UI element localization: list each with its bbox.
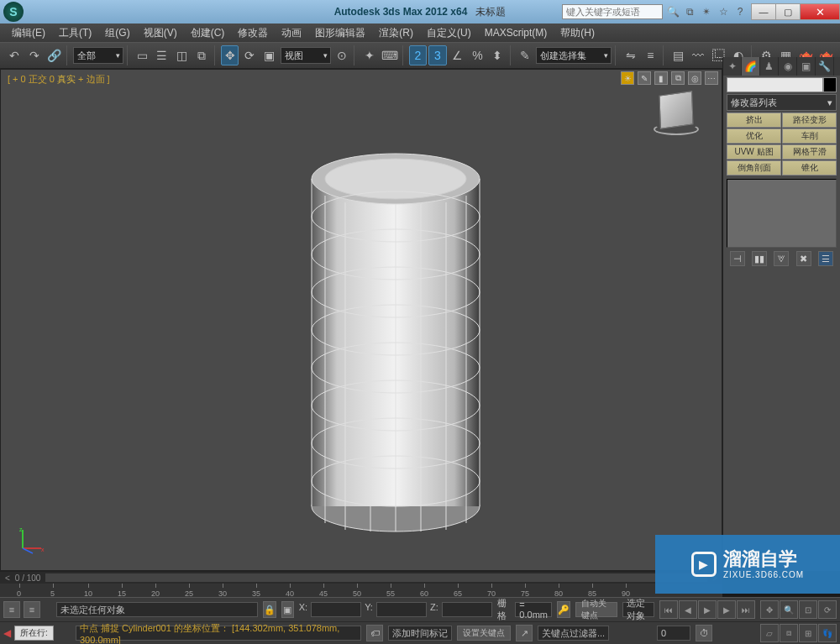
mod-btn-bevelprofile[interactable]: 倒角剖面 — [727, 160, 781, 175]
favorite-icon[interactable]: ☆ — [717, 5, 730, 18]
goto-end-icon[interactable]: ⏭ — [737, 600, 755, 619]
stack-configure-icon[interactable]: ☰ — [818, 251, 833, 266]
viewport[interactable]: [ + 0 正交 0 真实 + 边面 ] ☀ ✎ ▮ ⧉ ◎ ⋯ — [0, 69, 722, 571]
viewport-label-view[interactable]: [ + 0 正交 0 — [8, 74, 55, 84]
mod-btn-optimize[interactable]: 优化 — [727, 128, 781, 144]
manipulate-icon[interactable]: ✦ — [360, 45, 379, 65]
menu-edit[interactable]: 编辑(E) — [5, 26, 52, 40]
redo-icon[interactable]: ↷ — [25, 45, 44, 65]
modifier-stack[interactable] — [727, 179, 837, 248]
close-button[interactable]: ✕ — [800, 3, 840, 20]
mod-btn-extrude[interactable]: 挤出 — [727, 113, 781, 128]
search-go-icon[interactable]: 🔍 — [666, 5, 680, 18]
isolate-icon[interactable]: ▣ — [281, 601, 294, 618]
selection-filter-dropdown[interactable]: 全部 — [73, 47, 123, 64]
viewcube[interactable] — [651, 90, 701, 140]
add-time-tag[interactable]: 添加时间标记 — [388, 626, 452, 641]
maximize-button[interactable]: ▢ — [775, 3, 801, 20]
key-mode-icon[interactable]: 🔑 — [557, 601, 570, 618]
nav-pan-icon[interactable]: ✥ — [760, 600, 779, 619]
mod-btn-taper[interactable]: 锥化 — [782, 160, 837, 175]
vp-config-icon[interactable]: ✎ — [638, 71, 651, 85]
select-region-icon[interactable]: ◫ — [173, 45, 192, 65]
mirror-icon[interactable]: ⇋ — [622, 45, 640, 65]
timetag-icon[interactable]: 🏷 — [366, 625, 383, 641]
tab-utilities-icon[interactable]: 🔧 — [816, 57, 834, 76]
edit-named-sel-icon[interactable]: ✎ — [517, 45, 535, 65]
keyboard-shortcut-icon[interactable]: ⌨ — [381, 45, 399, 65]
menu-customize[interactable]: 自定义(U) — [420, 26, 478, 40]
tab-modify-icon[interactable]: 🌈 — [742, 57, 760, 76]
light-icon[interactable]: ☀ — [621, 71, 634, 85]
curve-editor-icon[interactable]: 〰 — [690, 45, 708, 65]
nav-max-toggle-icon[interactable]: ⊞ — [799, 624, 817, 642]
angle-snap-icon[interactable]: ∠ — [449, 45, 467, 65]
vp-bookmark-icon[interactable]: ▮ — [654, 71, 668, 85]
menu-create[interactable]: 创建(C) — [184, 26, 232, 40]
stack-remove-icon[interactable]: ✖ — [796, 251, 811, 266]
help-icon[interactable]: ? — [733, 5, 747, 18]
tab-create-icon[interactable]: ✦ — [723, 57, 742, 76]
coord-y-field[interactable] — [376, 602, 427, 617]
minimize-button[interactable]: — — [751, 3, 776, 20]
help-search-input[interactable] — [562, 4, 663, 19]
link-icon[interactable]: 🔗 — [45, 45, 63, 65]
window-crossing-icon[interactable]: ⧉ — [192, 45, 211, 65]
snap-2d-icon[interactable]: 2 — [409, 45, 428, 65]
tab-display-icon[interactable]: ▣ — [797, 57, 816, 76]
undo-icon[interactable]: ↶ — [5, 45, 24, 65]
coord-x-field[interactable] — [311, 602, 361, 617]
mini-listener-icon[interactable]: ≡ — [3, 601, 20, 618]
macro-rec-icon[interactable]: ◀ — [3, 627, 11, 639]
viewport-label-shading[interactable]: 真实 — [57, 74, 76, 84]
lock-icon[interactable]: 🔒 — [263, 601, 276, 618]
mod-btn-meshsmooth[interactable]: 网格平滑 — [782, 144, 837, 160]
percent-snap-icon[interactable]: % — [469, 45, 487, 65]
object-name-field[interactable] — [727, 77, 823, 92]
object-color-swatch[interactable] — [823, 77, 837, 92]
goto-start-icon[interactable]: ⏮ — [659, 600, 678, 619]
app-logo[interactable]: S — [3, 2, 24, 22]
nav-orbit-icon[interactable]: ⟳ — [818, 600, 837, 619]
menu-maxscript[interactable]: MAXScript(M) — [478, 27, 554, 39]
menu-grapheditors[interactable]: 图形编辑器 — [308, 26, 372, 40]
nav-zoom-ext-icon[interactable]: ⊡ — [799, 600, 817, 619]
mod-btn-lathe[interactable]: 车削 — [782, 128, 837, 144]
named-sel-dropdown[interactable]: 创建选择集 — [536, 47, 612, 64]
timeline-arrow-left-icon[interactable]: < — [5, 573, 10, 583]
rotate-icon[interactable]: ⟳ — [240, 45, 259, 65]
stack-pin-icon[interactable]: ⊣ — [730, 251, 745, 266]
auto-key-button[interactable]: 自动关键点 — [575, 602, 617, 617]
viewport-label[interactable]: [ + 0 正交 0 真实 + 边面 ] — [8, 73, 110, 86]
menu-tools[interactable]: 工具(T) — [52, 26, 98, 40]
menu-group[interactable]: 组(G) — [98, 26, 136, 40]
mini-listener-icon2[interactable]: ≡ — [24, 601, 40, 618]
subscription-icon[interactable]: ⧉ — [683, 5, 696, 18]
modifier-list-dropdown[interactable]: 修改器列表 — [727, 94, 837, 111]
vp-more-icon[interactable]: ⋯ — [705, 71, 718, 85]
time-ruler[interactable]: 051015202530354045505560657075808590 — [0, 584, 722, 598]
set-key-button[interactable]: 设置关键点 — [457, 626, 511, 641]
stack-show-end-icon[interactable]: ▮▮ — [752, 251, 767, 266]
vp-safe-icon[interactable]: ◎ — [688, 71, 701, 85]
layers-icon[interactable]: ▤ — [669, 45, 688, 65]
time-slider[interactable] — [45, 573, 707, 582]
vp-share-icon[interactable]: ⧉ — [671, 71, 685, 85]
menu-help[interactable]: 帮助(H) — [554, 26, 601, 40]
time-config-icon[interactable]: ⏱ — [696, 625, 712, 641]
spinner-snap-icon[interactable]: ⬍ — [488, 45, 507, 65]
listener-tab[interactable]: 所在行: — [14, 626, 54, 641]
tab-motion-icon[interactable]: ◉ — [779, 57, 797, 76]
select-icon[interactable]: ▭ — [133, 45, 151, 65]
current-frame-field[interactable]: 0 — [657, 626, 690, 641]
mod-btn-pathdeform[interactable]: 路径变形 — [782, 113, 837, 128]
select-name-icon[interactable]: ☰ — [153, 45, 171, 65]
refcoord-dropdown[interactable]: 视图 — [281, 47, 331, 64]
nav-walk-icon[interactable]: 👣 — [818, 624, 837, 642]
menu-modifiers[interactable]: 修改器 — [231, 26, 275, 40]
menu-render[interactable]: 渲染(R) — [372, 26, 420, 40]
cylinder-object[interactable] — [286, 137, 505, 540]
next-frame-icon[interactable]: ▶ — [717, 600, 736, 619]
prev-frame-icon[interactable]: ◀ — [679, 600, 697, 619]
exchange-icon[interactable]: ✴ — [700, 5, 713, 18]
